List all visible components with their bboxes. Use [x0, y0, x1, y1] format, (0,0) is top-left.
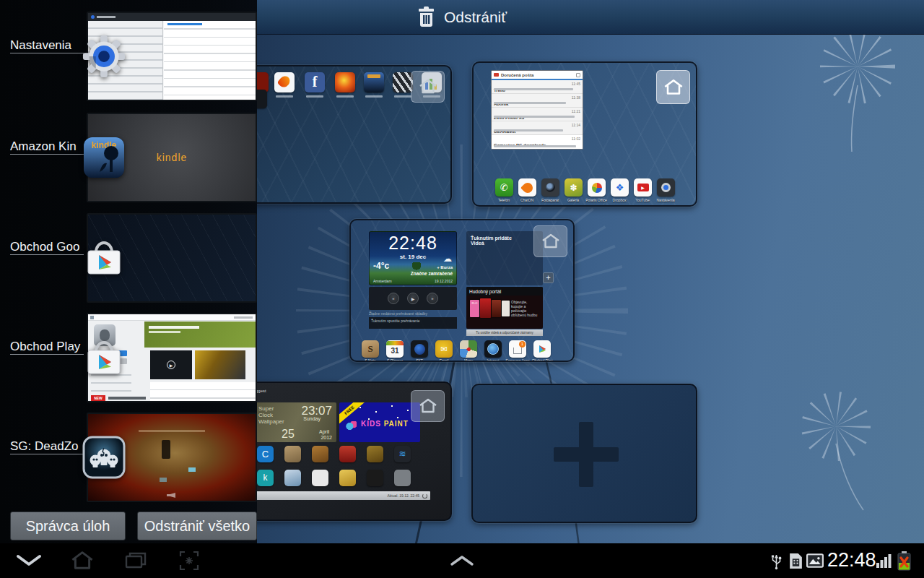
email-widget: Doručená pošta Trello 11:45 Abonik 11:38…	[491, 70, 583, 150]
dandelion-seed-icon	[819, 409, 863, 510]
email-row: Zinio Photo X3 11:21	[492, 108, 583, 121]
chaton-icon	[518, 178, 536, 197]
badge-count: 1	[519, 341, 526, 348]
refresh-icon	[422, 493, 427, 499]
home-panel-3[interactable]: 22:48 st. 19 dec ☁ -4°c + Burza Značne z…	[349, 219, 575, 362]
zinio-icon	[393, 72, 413, 92]
music-hub-title: Hudobný portál	[466, 287, 543, 296]
add-widget-button[interactable]: +	[543, 272, 554, 283]
email-time: 11:45	[572, 82, 580, 86]
superclock-year: 2012	[321, 435, 332, 440]
album-cover	[502, 301, 510, 316]
widget-temp: -4°c	[373, 261, 389, 271]
play-store-bag-icon[interactable]	[82, 236, 126, 280]
email-row: Gamestop PC downloads 11:02	[492, 135, 583, 150]
home-panel-4[interactable]: ggest Super Clock Wallpaper 23:07 Sunday…	[245, 381, 452, 521]
superclock-line: Super	[258, 405, 284, 412]
music-hub-caption: Objavujte, kupujte a počúvajte obľúbenú …	[511, 300, 540, 317]
superclock-line: Wallpaper	[258, 418, 284, 425]
back-icon[interactable]	[12, 543, 46, 578]
s-note-icon: S	[362, 340, 379, 358]
home-panel-2-main[interactable]: Doručená pošta Trello 11:45 Abonik 11:38…	[472, 61, 697, 207]
app-icon	[284, 446, 301, 462]
tree-icon	[411, 262, 422, 271]
superclock-day: Sunday	[303, 416, 321, 421]
camera-icon	[541, 178, 559, 197]
app-icon: ≋	[394, 446, 411, 462]
task-label-playstore-page: Obchod Play	[10, 339, 84, 355]
email-title: Doručená pošta	[501, 73, 533, 77]
kids-paint-widget: FREE KIDS PAINT	[339, 402, 420, 442]
music-hint-text: Ťuknutím spustíte prehrávanie	[369, 317, 457, 329]
status-clock[interactable]: 22:48	[827, 549, 876, 571]
settings-gear-icon[interactable]	[82, 35, 126, 78]
app-icon	[367, 446, 383, 462]
task-label-playstore: Obchod Goo	[10, 239, 84, 255]
dropbox-icon: ❖	[611, 178, 629, 197]
task-manager-label: Správca úloh	[26, 518, 110, 535]
add-home-panel-button[interactable]	[471, 384, 697, 523]
home-panel-1[interactable]: f	[245, 65, 452, 204]
trash-icon	[417, 7, 435, 27]
album-cover	[492, 300, 501, 317]
album-cover: FLO	[470, 300, 479, 317]
kids-paint-title: KIDS	[361, 420, 381, 428]
video-hub-widget: Ťuknutím pridáte Videá	[466, 231, 543, 285]
music-player-widget: « ▶ »	[369, 287, 457, 310]
play-store-bag-icon[interactable]	[82, 336, 126, 379]
home-badge-icon[interactable]	[533, 225, 567, 257]
app-icon	[312, 470, 328, 486]
cloud-icon: ☁	[443, 254, 452, 264]
app-icon: C	[257, 446, 274, 462]
kids-paint-title: PAINT	[384, 420, 409, 428]
home-icon[interactable]	[65, 543, 100, 578]
app-icon	[339, 470, 356, 486]
email-time: 11:38	[572, 95, 580, 100]
task-manager-button[interactable]: Správca úloh	[10, 512, 126, 540]
facebook-icon: f	[305, 72, 325, 92]
email-row: Abonik 11:38	[492, 94, 583, 108]
task-label-deadzone: SG: DeadZo	[10, 439, 84, 454]
widget-condition: Značne zamračené	[411, 271, 453, 276]
home-badge-icon[interactable]	[411, 390, 445, 422]
kindle-icon	[364, 72, 384, 92]
dandelion-seed-icon	[839, 48, 876, 152]
skt-app-icon	[411, 340, 428, 358]
widget-time: 22:48	[370, 233, 456, 254]
email-time: 11:02	[572, 137, 580, 141]
deadzone-skulls-icon[interactable]	[82, 436, 126, 479]
sd-card-icon	[785, 543, 806, 578]
kindle-app-icon[interactable]: kindle	[82, 136, 126, 179]
app-icon	[339, 446, 356, 462]
email-time: 11:21	[572, 109, 580, 113]
clock-weather-widget: 22:48 st. 19 dec ☁ -4°c + Burza Značne z…	[369, 231, 457, 285]
next-track-icon: »	[427, 293, 438, 304]
system-nav-bar: 22:48	[0, 543, 924, 578]
screen: Odstrániť f	[0, 0, 924, 578]
play-store-icon	[533, 340, 551, 358]
recent-apps-icon[interactable]	[118, 543, 153, 578]
usb-icon	[767, 543, 785, 578]
battery-error-icon	[894, 543, 914, 578]
hub-footer-bar: Tu uvidíte videá a odporúčané záznamy	[466, 329, 543, 336]
maps-icon	[460, 340, 477, 358]
super-clock-widget: Super Clock Wallpaper 23:07 Sunday 25 Ap…	[256, 402, 336, 442]
remove-label: Odstrániť	[444, 9, 507, 26]
home-badge-icon-selected[interactable]	[656, 70, 690, 104]
previous-track-icon: «	[388, 293, 399, 304]
kindle-logo-text: kindle	[157, 152, 188, 163]
settings-gear-icon	[657, 178, 675, 197]
play-icon: ▶	[407, 293, 419, 304]
image-media-icon	[804, 543, 826, 578]
footer-updated-text: Aktual. 19.12. 22:45	[388, 493, 419, 498]
remove-all-button[interactable]: Odstrániť všetko	[137, 512, 257, 540]
refresh-footer-bar: Aktual. 19.12. 22:45	[256, 491, 430, 500]
home-badge-icon[interactable]	[411, 71, 445, 103]
refresh-icon	[576, 73, 580, 77]
screenshot-icon[interactable]	[172, 543, 206, 578]
paint-splash-icon	[345, 421, 357, 431]
expand-tray-icon[interactable]	[445, 543, 479, 578]
app-icon	[367, 470, 383, 486]
email-row: Trello 11:45	[492, 80, 583, 94]
app-icon	[284, 470, 301, 486]
